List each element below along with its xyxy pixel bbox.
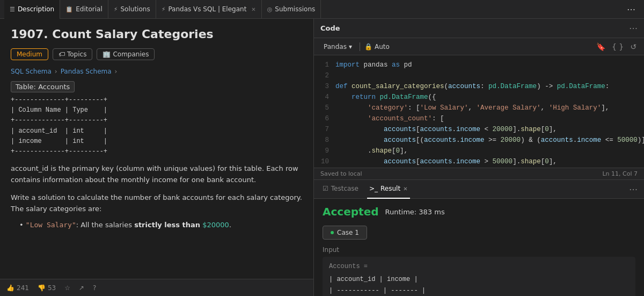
accepted-status: Accepted <box>323 205 379 218</box>
tag-icon: 🏷 <box>58 50 65 58</box>
sql-schema-link[interactable]: SQL Schema <box>11 68 52 75</box>
code-line-5: 5 'category': ['Low Salary', 'Average Sa… <box>314 103 644 113</box>
chevron-down-icon: ▾ <box>349 43 352 50</box>
dislikes-count: 53 <box>48 284 56 292</box>
tab-description[interactable]: ☰ Description <box>4 0 60 19</box>
pandas-schema-link[interactable]: Pandas Schema <box>61 68 112 75</box>
close-icon[interactable]: ✕ <box>251 6 255 12</box>
tab-submissions[interactable]: ◎ Submissions <box>262 0 321 19</box>
problem-id: 1907 <box>11 27 43 41</box>
chevron-icon: › <box>55 68 57 75</box>
editorial-icon: 📋 <box>65 6 73 13</box>
description-text-1: account_id is the primary key (column wi… <box>11 163 303 186</box>
problem-title-text: Count Salary Categories <box>52 27 213 41</box>
difficulty-badge[interactable]: Medium <box>11 48 48 60</box>
companies-label: Companies <box>113 50 149 58</box>
code-line-4: 4 return pd.DataFrame({ <box>314 92 644 103</box>
cursor-position: Ln 11, Col 7 <box>602 170 638 177</box>
code-line-8: 8 accounts[(accounts.income >= 20000) & … <box>314 135 644 146</box>
accepted-row: Accepted Runtime: 383 ms <box>323 205 635 218</box>
code-line-11: 11 ], <box>314 167 644 168</box>
auto-mode[interactable]: 🔒 Auto <box>364 43 390 50</box>
right-panel: Code ⋯ Pandas ▾ 🔒 Auto 🔖 { } ↺ <box>314 19 644 296</box>
code-line-2: 2 <box>314 70 644 81</box>
building-icon: 🏢 <box>103 50 111 58</box>
mode-label: Auto <box>375 43 390 50</box>
tab-label: Editorial <box>76 5 103 13</box>
tab-editorial[interactable]: 📋 Editorial <box>60 0 108 19</box>
code-line-9: 9 .shape[0], <box>314 146 644 156</box>
table-schema: +-------------+---------+ | Column Name … <box>11 95 303 157</box>
left-bottom-bar: 👍 241 👎 53 ☆ ↗ ? <box>0 279 313 296</box>
editor-toolbar: Pandas ▾ 🔒 Auto 🔖 { } ↺ <box>314 38 644 55</box>
description-icon: ☰ <box>10 6 15 13</box>
result-tab[interactable]: >_ Result ✕ <box>367 180 410 199</box>
code-area[interactable]: 1 import pandas as pd 2 3 def count_sala… <box>314 55 644 168</box>
star-icon: ☆ <box>64 284 70 292</box>
bookmark-icon[interactable]: 🔖 <box>595 41 606 52</box>
result-header: ☑ Testcase >_ Result ✕ ⋯ <box>314 180 644 199</box>
lock-icon: 🔒 <box>364 43 372 50</box>
case-dot <box>331 231 334 234</box>
problem-title: 1907. Count Salary Categories <box>11 27 303 41</box>
braces-icon[interactable]: { } <box>611 41 625 52</box>
companies-badge[interactable]: 🏢 Companies <box>97 48 155 60</box>
editor-header-right: ⋯ <box>629 23 638 33</box>
code-line-3: 3 def count_salary_categories(accounts: … <box>314 81 644 92</box>
topics-badge[interactable]: 🏷 Topics <box>53 48 92 60</box>
table-label: Table: Accounts <box>11 83 303 91</box>
result-content[interactable]: Accepted Runtime: 383 ms Case 1 Input Ac… <box>314 199 644 296</box>
refresh-icon[interactable]: ↺ <box>629 41 638 52</box>
money-amount: $20000 <box>202 221 229 229</box>
save-status: Saved to local <box>320 170 362 177</box>
tab-solutions[interactable]: ⚡ Solutions <box>108 0 156 19</box>
accounts-label: Accounts = <box>329 261 629 272</box>
tabs-more-button[interactable]: ⋯ <box>623 4 640 15</box>
close-icon[interactable]: ✕ <box>403 186 407 192</box>
code-editor: Code ⋯ Pandas ▾ 🔒 Auto 🔖 { } ↺ <box>314 19 644 180</box>
result-tab-label: Result <box>380 185 400 192</box>
share-stat[interactable]: ↗ <box>79 284 84 292</box>
table-header-row: | account_id | income | <box>329 274 629 285</box>
star-stat[interactable]: ☆ <box>64 284 70 292</box>
chevron-icon-2: › <box>115 68 118 75</box>
submissions-icon: ◎ <box>267 6 273 13</box>
likes-stat[interactable]: 👍 241 <box>6 284 29 292</box>
left-panel: 1907. Count Salary Categories Medium 🏷 T… <box>0 19 314 296</box>
language-label: Pandas <box>324 43 347 50</box>
description-text-2: Write a solution to calculate the number… <box>11 192 303 215</box>
thumbs-up-icon: 👍 <box>6 284 14 292</box>
description-scroll[interactable]: 1907. Count Salary Categories Medium 🏷 T… <box>0 19 313 279</box>
schema-nav: SQL Schema › Pandas Schema › <box>11 68 303 75</box>
editor-status: Saved to local Ln 11, Col 7 <box>314 168 644 179</box>
table-sep-row: | ----------- | ------- | <box>329 285 629 296</box>
result-more-button[interactable]: ⋯ <box>629 184 638 194</box>
case-button[interactable]: Case 1 <box>323 226 367 240</box>
dislikes-stat[interactable]: 👎 53 <box>38 284 56 292</box>
code-line-10: 10 accounts[accounts.income > 50000].sha… <box>314 156 644 167</box>
bullet-low-salary: • "Low Salary": All the salaries strictl… <box>11 220 303 231</box>
tab-label: Description <box>18 5 54 13</box>
editor-header: Code ⋯ <box>314 19 644 38</box>
testcase-tab-label: Testcase <box>331 185 358 192</box>
help-stat[interactable]: ? <box>93 284 96 292</box>
language-selector[interactable]: Pandas ▾ <box>320 42 355 52</box>
left-tabs: ☰ Description 📋 Editorial ⚡ Solutions ⚡ … <box>4 0 623 19</box>
input-label: Input <box>323 246 635 254</box>
tab-label: Pandas Vs SQL | Elegant <box>168 5 246 13</box>
likes-count: 241 <box>17 284 29 292</box>
topics-label: Topics <box>67 50 86 58</box>
help-icon: ? <box>93 284 96 292</box>
testcase-checkbox-icon: ☑ <box>323 185 328 192</box>
testcase-tab[interactable]: ☑ Testcase <box>320 180 361 199</box>
main-content: 1907. Count Salary Categories Medium 🏷 T… <box>0 19 644 296</box>
input-table: Accounts = | account_id | income | | ---… <box>323 257 635 296</box>
code-line-6: 6 'accounts_count': [ <box>314 113 644 124</box>
badges-row: Medium 🏷 Topics 🏢 Companies <box>11 48 303 60</box>
low-salary-code: "Low Salary" <box>26 221 76 229</box>
case-label: Case 1 <box>337 229 359 236</box>
share-icon: ↗ <box>79 284 84 292</box>
editor-more-button[interactable]: ⋯ <box>629 23 638 33</box>
tab-label: Submissions <box>275 5 315 13</box>
tab-pandas-sql[interactable]: ⚡ Pandas Vs SQL | Elegant ✕ <box>156 0 262 19</box>
